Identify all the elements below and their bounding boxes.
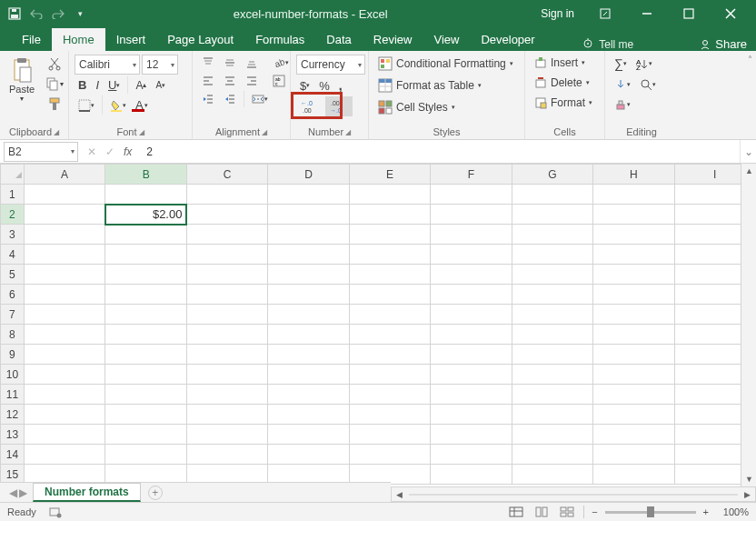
cell[interactable] (105, 385, 187, 405)
clear-button[interactable]: ▾ (611, 96, 634, 113)
cell[interactable] (186, 385, 267, 405)
align-left-button[interactable] (198, 73, 218, 89)
conditional-formatting-button[interactable]: Conditional Formatting▾ (374, 55, 519, 73)
cell[interactable] (512, 205, 592, 225)
tab-page-layout[interactable]: Page Layout (156, 28, 244, 51)
number-format-dropdown[interactable]: Currency▾ (296, 55, 365, 75)
scroll-right-icon[interactable]: ▶ (740, 487, 755, 502)
cell[interactable] (186, 205, 267, 225)
font-size-dropdown[interactable]: 12▾ (142, 55, 178, 75)
cell[interactable] (105, 185, 187, 205)
tab-insert[interactable]: Insert (105, 28, 157, 51)
cut-button[interactable] (42, 55, 67, 73)
cells-format-button[interactable]: Format▾ (531, 95, 599, 111)
cell[interactable] (105, 285, 187, 305)
increase-indent-button[interactable] (220, 91, 240, 107)
shrink-font-button[interactable]: A▾ (152, 78, 169, 92)
wrap-text-button[interactable]: abc (269, 73, 289, 89)
cells-delete-button[interactable]: Delete▾ (531, 75, 599, 91)
underline-button[interactable]: U▾ (104, 76, 124, 94)
row-header[interactable]: 4 (1, 245, 25, 265)
cell[interactable] (349, 445, 430, 465)
tellme-search[interactable]: Tell me (582, 38, 633, 51)
cell[interactable] (105, 245, 187, 265)
cell[interactable] (431, 205, 512, 225)
cell[interactable] (431, 265, 512, 285)
next-sheet-icon[interactable]: ▶ (19, 486, 27, 499)
cell[interactable] (24, 325, 104, 345)
cell[interactable] (431, 345, 512, 365)
cell[interactable] (349, 265, 430, 285)
accounting-format-button[interactable]: $▾ (296, 77, 313, 95)
cell[interactable] (24, 225, 104, 245)
cell[interactable] (24, 385, 104, 405)
cell[interactable] (186, 345, 267, 365)
cell[interactable] (512, 265, 592, 285)
cell[interactable] (512, 365, 592, 385)
align-right-button[interactable] (242, 73, 262, 89)
cell[interactable] (24, 285, 104, 305)
column-header[interactable]: E (349, 165, 430, 185)
cell[interactable] (24, 185, 104, 205)
grid[interactable]: ◢ A B C D E F G H I 1 2$2.00 3 4 5 6 7 8… (0, 164, 756, 485)
cell[interactable] (186, 305, 267, 325)
column-header[interactable]: A (24, 165, 104, 185)
scroll-down-icon[interactable]: ▼ (741, 472, 756, 486)
cell[interactable] (349, 285, 430, 305)
cell[interactable] (105, 445, 187, 465)
enter-formula-icon[interactable]: ✓ (105, 145, 114, 158)
row-header[interactable]: 3 (1, 225, 25, 245)
close-button[interactable] (711, 0, 751, 27)
insert-function-icon[interactable]: fx (124, 145, 132, 158)
align-center-button[interactable] (220, 73, 240, 89)
cell[interactable] (186, 325, 267, 345)
formula-input[interactable]: 2 (141, 145, 740, 158)
row-header[interactable]: 6 (1, 285, 25, 305)
cell[interactable] (186, 445, 267, 465)
tab-view[interactable]: View (423, 28, 470, 51)
cell[interactable] (349, 245, 430, 265)
cell[interactable] (431, 285, 512, 305)
zoom-out-button[interactable]: − (592, 506, 597, 517)
cell[interactable] (512, 425, 592, 445)
cell[interactable] (268, 325, 349, 345)
cell[interactable] (105, 365, 187, 385)
zoom-slider[interactable] (605, 511, 696, 514)
cell[interactable] (431, 305, 512, 325)
cell[interactable] (512, 185, 592, 205)
cell-b2[interactable]: $2.00 (105, 205, 187, 225)
redo-icon[interactable] (49, 5, 67, 23)
cell[interactable] (186, 285, 267, 305)
cell[interactable] (593, 345, 674, 365)
cancel-formula-icon[interactable]: ✕ (87, 145, 96, 158)
cell[interactable] (512, 465, 592, 485)
qat-customize-icon[interactable]: ▾ (71, 5, 89, 23)
cell[interactable] (431, 365, 512, 385)
cell[interactable] (349, 365, 430, 385)
cell[interactable] (268, 385, 349, 405)
format-painter-button[interactable] (42, 95, 67, 113)
name-box[interactable]: B2 ▾ (4, 142, 78, 162)
column-header[interactable]: D (268, 165, 349, 185)
cell[interactable] (593, 445, 674, 465)
share-button[interactable]: Share (699, 37, 747, 51)
cell[interactable] (24, 405, 104, 425)
minimize-button[interactable] (627, 0, 667, 27)
cell[interactable] (349, 385, 430, 405)
cell[interactable] (24, 365, 104, 385)
column-header[interactable]: B (105, 165, 187, 185)
cell[interactable] (431, 445, 512, 465)
maximize-button[interactable] (669, 0, 709, 27)
cell[interactable] (105, 345, 187, 365)
macro-record-icon[interactable] (49, 506, 62, 518)
row-header[interactable]: 1 (1, 185, 25, 205)
cell[interactable] (512, 405, 592, 425)
ribbon-options-icon[interactable] (585, 0, 625, 27)
tab-home[interactable]: Home (52, 28, 105, 51)
cell[interactable] (593, 425, 674, 445)
cell[interactable] (349, 345, 430, 365)
cell[interactable] (268, 205, 349, 225)
decrease-indent-button[interactable] (198, 91, 218, 107)
cell[interactable] (349, 325, 430, 345)
vertical-scrollbar[interactable]: ▲ ▼ (741, 164, 756, 486)
